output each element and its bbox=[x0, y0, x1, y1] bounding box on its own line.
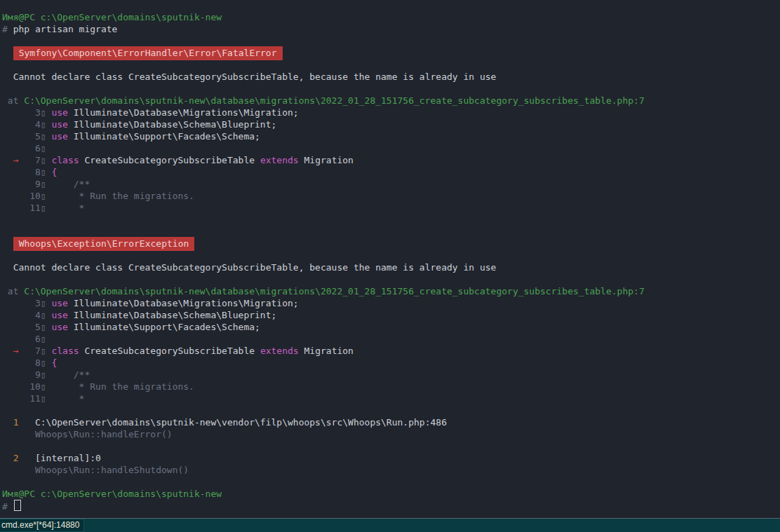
code-line: 8▯ { bbox=[2, 357, 777, 369]
text-segment bbox=[18, 346, 34, 356]
terminal-cursor-icon bbox=[14, 500, 21, 511]
blank-line bbox=[2, 404, 777, 416]
text-segment: at bbox=[2, 95, 24, 106]
text-segment: 3▯ bbox=[2, 107, 51, 118]
text-segment: 9▯ /** bbox=[2, 369, 90, 380]
text-segment: 3▯ bbox=[2, 298, 51, 308]
stack-frame-line: 1 C:\OpenServer\domains\sputnik-new\vend… bbox=[2, 416, 777, 428]
text-segment: php artisan migrate bbox=[13, 24, 118, 34]
code-line: 5▯ use Illuminate\Support\Facades\Schema… bbox=[2, 321, 777, 333]
error-message-line: Cannot declare class CreateSubcategorySu… bbox=[2, 71, 777, 83]
text-segment: Illuminate\Database\Migrations\Migration… bbox=[68, 107, 299, 118]
text-segment: CreateSubcategorySubscribeTable bbox=[79, 346, 260, 356]
code-line: 5▯ use Illuminate\Support\Facades\Schema… bbox=[2, 130, 777, 142]
code-line: 10▯ * Run the migrations. bbox=[2, 190, 777, 202]
error-class-badge-line: Whoops\Exception\ErrorException bbox=[2, 238, 777, 250]
text-segment: 8▯ bbox=[2, 357, 51, 368]
prompt-line: Имя@PC c:\OpenServer\domains\sputnik-new bbox=[2, 488, 777, 500]
prompt-line: Имя@PC c:\OpenServer\domains\sputnik-new bbox=[2, 11, 777, 23]
error-class-badge: Symfony\Component\ErrorHandler\Error\Fat… bbox=[13, 46, 283, 60]
code-line: 6▯ bbox=[2, 333, 777, 345]
text-segment: Migration bbox=[299, 155, 354, 165]
code-line: 4▯ use Illuminate\Database\Schema\Bluepr… bbox=[2, 309, 777, 321]
code-line: 8▯ { bbox=[2, 166, 777, 178]
text-segment: class bbox=[51, 155, 79, 165]
code-line: 10▯ * Run the migrations. bbox=[2, 381, 777, 393]
text-segment: use bbox=[51, 119, 67, 130]
terminal-window: Имя@PC c:\OpenServer\domains\sputnik-new… bbox=[0, 0, 780, 532]
text-segment: # bbox=[2, 24, 13, 34]
blank-line bbox=[2, 250, 777, 261]
text-segment: 7▯ bbox=[35, 155, 51, 165]
text-segment bbox=[18, 155, 34, 165]
text-segment: { bbox=[51, 167, 57, 177]
text-segment bbox=[2, 417, 13, 428]
text-segment: 4▯ bbox=[2, 119, 51, 130]
text-segment bbox=[2, 155, 13, 165]
text-segment: Illuminate\Database\Schema\Blueprint; bbox=[68, 310, 276, 320]
blank-line bbox=[2, 226, 777, 238]
text-segment: use bbox=[51, 322, 67, 332]
code-line: 11▯ * bbox=[2, 202, 777, 214]
error-message-line: Cannot declare class CreateSubcategorySu… bbox=[2, 261, 777, 273]
code-line: 3▯ use Illuminate\Database\Migrations\Mi… bbox=[2, 297, 777, 309]
text-segment: # bbox=[2, 501, 13, 512]
terminal-output[interactable]: Имя@PC c:\OpenServer\domains\sputnik-new… bbox=[0, 0, 780, 518]
text-segment: Whoops\Run::handleShutdown() bbox=[2, 465, 189, 475]
error-class-badge: Whoops\Exception\ErrorException bbox=[13, 237, 195, 251]
blank-line bbox=[2, 273, 777, 285]
text-segment: use bbox=[51, 310, 67, 320]
code-line: 4▯ use Illuminate\Database\Schema\Bluepr… bbox=[2, 118, 777, 130]
text-segment: Illuminate\Support\Facades\Schema; bbox=[68, 322, 260, 332]
text-segment: Migration bbox=[299, 346, 354, 356]
code-line: 6▯ bbox=[2, 142, 777, 154]
text-segment: C:\OpenServer\domains\sputnik-new\databa… bbox=[24, 286, 644, 296]
code-line: 3▯ use Illuminate\Database\Migrations\Mi… bbox=[2, 107, 777, 118]
text-segment bbox=[2, 346, 13, 356]
text-segment: class bbox=[51, 346, 79, 356]
status-bar: cmd.exe*[*64]:14880 bbox=[0, 518, 780, 532]
text-segment: Имя@PC c:\OpenServer\domains\sputnik-new bbox=[2, 489, 222, 499]
error-location-line: at C:\OpenServer\domains\sputnik-new\dat… bbox=[2, 285, 777, 297]
text-segment: 8▯ bbox=[2, 167, 51, 177]
text-segment: CreateSubcategorySubscribeTable bbox=[79, 155, 260, 165]
blank-line bbox=[2, 476, 777, 488]
blank-line bbox=[2, 35, 777, 47]
input-line: # bbox=[2, 500, 777, 512]
text-segment: Illuminate\Database\Migrations\Migration… bbox=[68, 298, 299, 308]
text-segment: 6▯ bbox=[2, 143, 46, 154]
stack-method-line: Whoops\Run::handleShutdown() bbox=[2, 464, 777, 476]
text-segment: Cannot declare class CreateSubcategorySu… bbox=[2, 262, 496, 273]
text-segment: use bbox=[51, 107, 67, 118]
text-segment: [internal]:0 bbox=[18, 453, 100, 463]
text-segment: extends bbox=[260, 346, 299, 356]
blank-line bbox=[2, 83, 777, 95]
text-segment: 5▯ bbox=[2, 131, 51, 142]
console-tab[interactable]: cmd.exe*[*64]:14880 bbox=[0, 519, 84, 532]
text-segment: use bbox=[51, 131, 67, 142]
text-segment: Illuminate\Support\Facades\Schema; bbox=[68, 131, 260, 142]
blank-line bbox=[2, 214, 777, 226]
text-segment: Illuminate\Database\Schema\Blueprint; bbox=[68, 119, 276, 130]
blank-line bbox=[2, 440, 777, 452]
command-line: # php artisan migrate bbox=[2, 23, 777, 35]
text-segment: Cannot declare class CreateSubcategorySu… bbox=[2, 71, 496, 82]
error-class-badge-line: Symfony\Component\ErrorHandler\Error\Fat… bbox=[2, 47, 777, 59]
text-segment: 6▯ bbox=[2, 334, 46, 344]
text-segment: 10▯ * Run the migrations. bbox=[2, 381, 194, 392]
text-segment: 10▯ * Run the migrations. bbox=[2, 191, 194, 201]
text-segment: 11▯ * bbox=[2, 203, 84, 213]
error-location-line: at C:\OpenServer\domains\sputnik-new\dat… bbox=[2, 95, 777, 107]
text-segment: 4▯ bbox=[2, 310, 51, 320]
code-line: 11▯ * bbox=[2, 393, 777, 404]
code-line: 9▯ /** bbox=[2, 178, 777, 190]
text-segment: C:\OpenServer\domains\sputnik-new\databa… bbox=[24, 95, 644, 106]
text-segment: 7▯ bbox=[35, 346, 51, 356]
code-line-highlighted: → 7▯ class CreateSubcategorySubscribeTab… bbox=[2, 345, 777, 357]
text-segment: 5▯ bbox=[2, 322, 51, 332]
text-segment: 9▯ /** bbox=[2, 179, 90, 189]
text-segment: Whoops\Run::handleError() bbox=[2, 429, 173, 439]
text-segment: at bbox=[2, 286, 24, 296]
text-segment: { bbox=[51, 357, 57, 368]
stack-method-line: Whoops\Run::handleError() bbox=[2, 428, 777, 440]
